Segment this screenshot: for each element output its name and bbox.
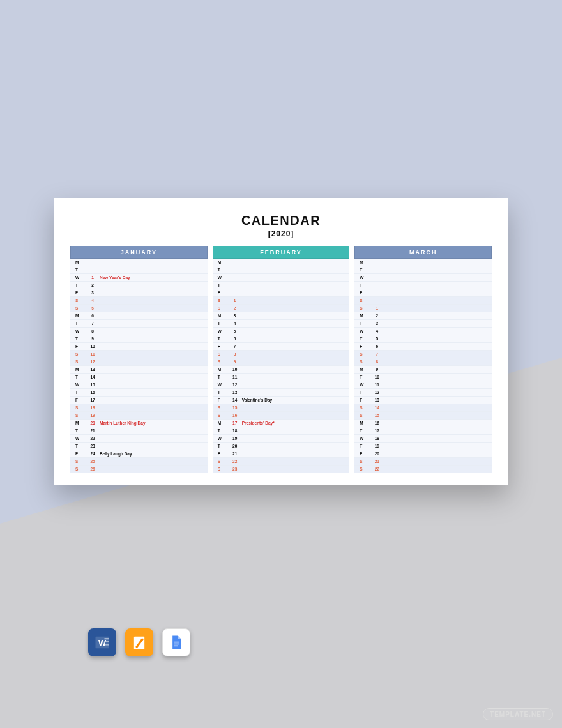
calendar-row: S25 [70, 458, 208, 466]
day-letter: M [218, 260, 229, 264]
day-number: 26 [87, 467, 98, 471]
event-label: New Year's Day [98, 275, 208, 280]
svg-rect-4 [105, 644, 109, 645]
day-letter: S [218, 459, 229, 464]
calendar-subtitle: [2020] [70, 229, 492, 238]
calendar-row: W8 [70, 328, 208, 335]
event-label: Presidents' Day* [241, 421, 350, 425]
day-number: 7 [87, 321, 98, 326]
day-number: 22 [371, 467, 383, 471]
month-column: JANUARYMTW1New Year's DayT2F3S4S5M6T7W8T… [70, 246, 208, 473]
day-letter: T [75, 321, 87, 326]
month-rows: MTWTFS1S2M3T4W5T6F7S8S9M10T11W12T13F14Va… [213, 259, 350, 473]
day-letter: S [360, 406, 371, 410]
day-number: 3 [87, 291, 98, 295]
day-letter: S [360, 413, 371, 418]
calendar-row: T3 [354, 320, 492, 328]
calendar-row: T11 [213, 374, 350, 381]
day-letter: F [75, 451, 87, 456]
calendar-row: F [354, 289, 492, 297]
day-letter: T [218, 428, 229, 433]
calendar-row: S8 [354, 358, 492, 366]
day-number: 8 [87, 329, 98, 333]
day-number: 9 [229, 360, 241, 364]
day-number: 3 [229, 314, 241, 318]
day-letter: M [360, 314, 371, 318]
calendar-row: S4 [70, 297, 208, 305]
calendar-row: M [213, 259, 350, 266]
day-letter: W [218, 275, 229, 280]
day-letter: T [75, 375, 87, 379]
day-letter: W [218, 436, 229, 441]
calendar-row: F3 [70, 289, 208, 297]
day-letter: S [75, 467, 87, 471]
calendar-row: W1New Year's Day [70, 274, 208, 282]
day-number: 15 [371, 413, 383, 418]
day-letter: T [360, 444, 371, 448]
day-letter: S [360, 360, 371, 364]
calendar-row: W [213, 274, 350, 282]
day-letter: M [75, 421, 87, 425]
calendar-row: W12 [213, 381, 350, 389]
day-number: 21 [87, 428, 98, 433]
calendar-row: T10 [354, 374, 492, 381]
calendar-row: M17Presidents' Day* [213, 420, 350, 427]
day-number: 18 [229, 428, 241, 433]
day-letter: S [75, 413, 87, 418]
calendar-row: W19 [213, 435, 350, 443]
calendar-row: M [70, 259, 208, 266]
day-letter: M [218, 367, 229, 372]
calendar-row: T16 [70, 389, 208, 397]
calendar-row: S8 [213, 351, 350, 358]
calendar-row: M16 [354, 420, 492, 427]
day-number: 15 [229, 406, 241, 410]
day-number: 4 [371, 329, 383, 333]
day-number: 17 [229, 421, 241, 425]
day-number: 11 [371, 383, 383, 387]
calendar-row: F24Belly Laugh Day [70, 450, 208, 458]
event-label: Belly Laugh Day [98, 451, 208, 456]
day-letter: T [218, 337, 229, 341]
calendar-row: T [354, 266, 492, 274]
calendar-row: F13 [354, 397, 492, 404]
day-number: 2 [371, 314, 383, 318]
calendar-row: M13 [70, 366, 208, 374]
calendar-row: S9 [213, 358, 350, 366]
calendar-row: F [213, 289, 350, 297]
day-letter: W [218, 329, 229, 333]
calendar-row: W11 [354, 381, 492, 389]
day-number: 2 [229, 306, 241, 310]
day-letter: W [360, 436, 371, 441]
day-letter: S [75, 298, 87, 303]
day-letter: W [360, 275, 371, 280]
calendar-row: T2 [70, 282, 208, 289]
month-column: MARCHMTWTFSS1M2T3W4T5F6S7S8M9T10W11T12F1… [354, 246, 492, 473]
svg-rect-9 [174, 646, 178, 646]
day-letter: F [360, 291, 371, 295]
calendar-row: M3 [213, 312, 350, 320]
day-letter: W [218, 383, 229, 387]
day-number: 23 [87, 444, 98, 448]
calendar-row: M9 [354, 366, 492, 374]
day-number: 19 [87, 413, 98, 418]
day-letter: S [218, 298, 229, 303]
day-letter: F [218, 291, 229, 295]
event-label: Martin Luther King Day [98, 421, 208, 425]
calendar-row: T4 [213, 320, 350, 328]
day-letter: F [75, 398, 87, 402]
day-letter: T [75, 444, 87, 448]
day-number: 22 [87, 436, 98, 441]
day-letter: F [360, 451, 371, 456]
day-letter: F [360, 398, 371, 402]
day-number: 8 [371, 360, 383, 364]
calendar-row: T7 [70, 320, 208, 328]
day-letter: W [75, 436, 87, 441]
calendar-row: S19 [70, 412, 208, 420]
day-number: 20 [371, 451, 383, 456]
calendar-row: T [213, 282, 350, 289]
day-number: 10 [87, 344, 98, 349]
calendar-row: T20 [213, 443, 350, 450]
calendar-row: M6 [70, 312, 208, 320]
calendar-card: CALENDAR [2020] JANUARYMTW1New Year's Da… [54, 198, 508, 485]
day-letter: W [75, 383, 87, 387]
